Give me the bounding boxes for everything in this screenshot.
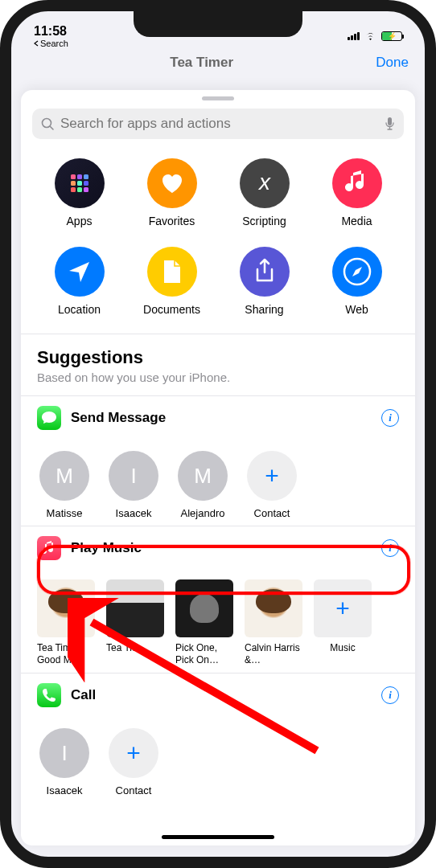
messages-app-icon xyxy=(37,406,61,430)
search-input[interactable] xyxy=(60,116,379,132)
add-contact-button[interactable]: + Contact xyxy=(245,451,299,519)
notch xyxy=(134,11,302,37)
send-message-section: Send Message i xyxy=(21,396,415,436)
category-scripting[interactable]: x Scripting xyxy=(220,158,308,227)
sheet-handle[interactable] xyxy=(202,96,234,100)
signal-icon xyxy=(348,32,360,40)
contact-matisse[interactable]: M Matisse xyxy=(37,451,92,519)
contact-name: Matisse xyxy=(37,507,92,519)
info-button[interactable]: i xyxy=(381,409,399,427)
add-label: Music xyxy=(314,642,372,654)
plus-icon: + xyxy=(109,728,158,778)
svg-rect-3 xyxy=(71,174,76,179)
category-label: Documents xyxy=(143,303,200,316)
album-thumbnail xyxy=(37,579,95,637)
category-label: Web xyxy=(345,303,368,316)
contact-avatar: I xyxy=(109,451,158,501)
contact-isaacek[interactable]: I Isaacek xyxy=(37,728,92,796)
music-title: Tea Ti… xyxy=(106,642,164,654)
svg-rect-9 xyxy=(71,187,76,192)
section-title[interactable]: Send Message xyxy=(71,410,372,426)
svg-rect-5 xyxy=(84,174,88,179)
contact-alejandro[interactable]: M Alejandro xyxy=(175,451,230,519)
mic-icon[interactable] xyxy=(385,117,395,131)
svg-rect-8 xyxy=(84,181,88,186)
album-thumbnail xyxy=(175,579,233,637)
contact-isaacek[interactable]: I Isaacek xyxy=(106,451,161,519)
call-section: Call i xyxy=(21,674,415,714)
battery-icon: ⚡ xyxy=(381,31,402,41)
contact-avatar: I xyxy=(39,728,89,778)
document-icon xyxy=(147,247,197,297)
category-label: Favorites xyxy=(149,215,195,227)
contact-name: Isaacek xyxy=(37,784,92,796)
location-arrow-icon xyxy=(55,247,105,297)
svg-text:x: x xyxy=(257,170,271,194)
add-contact-button[interactable]: + Contact xyxy=(106,728,161,796)
contact-name: Isaacek xyxy=(106,507,161,519)
search-box[interactable] xyxy=(32,108,404,139)
section-title[interactable]: Play Music xyxy=(71,540,372,556)
wifi-icon xyxy=(364,31,377,41)
plus-icon: + xyxy=(247,451,297,501)
heart-icon xyxy=(147,158,197,208)
contact-name: Alejandro xyxy=(175,507,230,519)
music-note-icon xyxy=(332,158,382,208)
category-apps[interactable]: Apps xyxy=(35,158,123,227)
plus-icon: + xyxy=(314,579,372,637)
play-music-section: Play Music i xyxy=(21,526,415,567)
category-sharing[interactable]: Sharing xyxy=(220,247,308,316)
share-icon xyxy=(240,247,290,297)
category-documents[interactable]: Documents xyxy=(128,247,216,316)
back-to-search[interactable]: Search xyxy=(34,39,68,48)
done-button[interactable]: Done xyxy=(376,55,409,71)
music-item[interactable]: Tea Time, Good M… xyxy=(37,579,95,666)
section-title[interactable]: Call xyxy=(71,687,372,703)
contact-avatar: M xyxy=(178,451,228,501)
nav-bar: Tea Timer Done xyxy=(11,50,425,76)
add-label: Contact xyxy=(106,784,161,796)
phone-frame: 11:58 Search ⚡ Tea Timer Done xyxy=(0,0,436,868)
music-item[interactable]: Pick One, Pick On… xyxy=(175,579,233,666)
svg-rect-4 xyxy=(77,174,82,179)
search-icon xyxy=(41,117,55,131)
message-contacts-row: M Matisse I Isaacek M Alejandro + Contac… xyxy=(21,436,415,526)
suggestions-title: Suggestions xyxy=(37,347,399,368)
svg-line-1 xyxy=(51,126,54,129)
music-app-icon xyxy=(37,536,61,560)
svg-rect-7 xyxy=(77,181,82,186)
info-button[interactable]: i xyxy=(381,686,399,704)
category-label: Scripting xyxy=(242,215,286,227)
info-button[interactable]: i xyxy=(381,539,399,557)
home-indicator[interactable] xyxy=(162,835,274,839)
music-item[interactable]: Calvin Harris &… xyxy=(245,579,302,666)
music-items-row: Tea Time, Good M… Tea Ti… Pick One, Pick… xyxy=(21,567,415,673)
music-title: Tea Time, Good M… xyxy=(37,642,95,666)
category-media[interactable]: Media xyxy=(313,158,401,227)
status-time: 11:58 xyxy=(34,24,68,39)
svg-point-0 xyxy=(43,118,51,127)
svg-rect-10 xyxy=(77,187,82,192)
svg-rect-6 xyxy=(71,181,76,186)
compass-icon xyxy=(332,247,382,297)
nav-title: Tea Timer xyxy=(170,55,233,71)
category-favorites[interactable]: Favorites xyxy=(128,158,216,227)
action-sheet: Apps Favorites x Scripting Media xyxy=(21,90,415,845)
category-grid: Apps Favorites x Scripting Media xyxy=(21,150,415,334)
suggestions-header: Suggestions Based on how you use your iP… xyxy=(21,334,415,395)
category-label: Sharing xyxy=(245,303,283,316)
music-title: Pick One, Pick On… xyxy=(175,642,233,666)
category-label: Media xyxy=(341,215,372,227)
call-contacts-row: I Isaacek + Contact xyxy=(21,714,415,796)
category-location[interactable]: Location xyxy=(35,247,123,316)
add-label: Contact xyxy=(245,507,299,519)
apps-icon xyxy=(55,158,105,208)
category-web[interactable]: Web xyxy=(313,247,401,316)
back-label: Search xyxy=(40,39,68,48)
category-label: Apps xyxy=(67,215,93,227)
svg-rect-2 xyxy=(388,117,392,125)
album-thumbnail xyxy=(245,579,302,637)
music-item[interactable]: Tea Ti… xyxy=(106,579,164,666)
phone-app-icon xyxy=(37,683,61,707)
add-music-button[interactable]: + Music xyxy=(314,579,372,666)
